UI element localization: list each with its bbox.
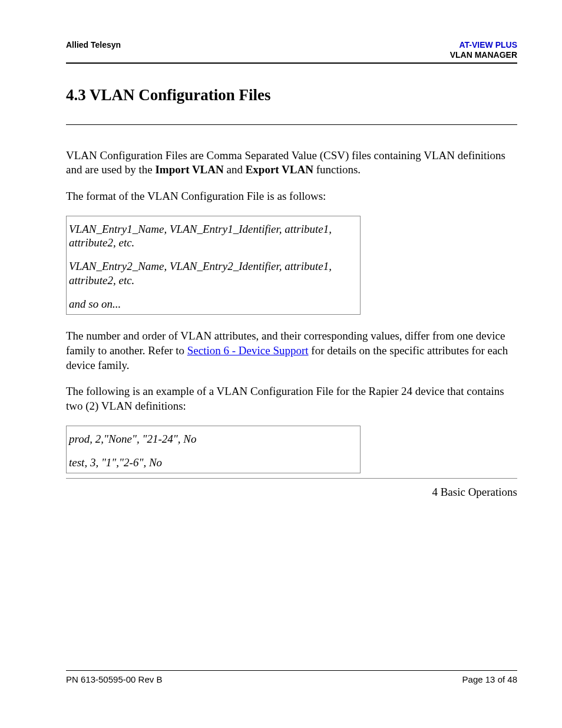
text: and xyxy=(224,163,246,176)
header-product-line2: VLAN MANAGER xyxy=(450,50,517,60)
bold-export-vlan: Export VLAN xyxy=(246,163,313,176)
attributes-paragraph: The number and order of VLAN attributes,… xyxy=(66,329,517,373)
bold-import-vlan: Import VLAN xyxy=(155,163,223,176)
header-brand: Allied Telesyn xyxy=(66,40,121,50)
page-header: Allied Telesyn AT-VIEW PLUS VLAN MANAGER xyxy=(66,40,517,64)
chapter-footer-label: 4 Basic Operations xyxy=(66,486,517,499)
section-heading: 4.3 VLAN Configuration Files xyxy=(66,86,517,104)
format-codebox: VLAN_Entry1_Name, VLAN_Entry1_Identifier… xyxy=(66,216,361,315)
format-intro: The format of the VLAN Configuration Fil… xyxy=(66,189,517,204)
text: functions. xyxy=(313,163,361,176)
section-divider xyxy=(66,124,517,125)
code-line: VLAN_Entry2_Name, VLAN_Entry2_Identifier… xyxy=(69,259,358,288)
intro-paragraph: VLAN Configuration Files are Comma Separ… xyxy=(66,149,517,177)
header-product-line1: AT-VIEW PLUS xyxy=(459,40,517,50)
code-line: test, 3, "1","2-6", No xyxy=(69,456,358,470)
code-line: VLAN_Entry1_Name, VLAN_Entry1_Identifier… xyxy=(69,222,358,251)
footer-page-number: Page 13 of 48 xyxy=(462,674,517,684)
example-intro: The following is an example of a VLAN Co… xyxy=(66,384,517,413)
code-line: and so on... xyxy=(69,297,358,311)
example-codebox: prod, 2,"None", "21-24", No test, 3, "1"… xyxy=(66,426,361,474)
content-divider xyxy=(66,478,517,479)
header-product: AT-VIEW PLUS VLAN MANAGER xyxy=(450,40,517,60)
page-footer: PN 613-50595-00 Rev B Page 13 of 48 xyxy=(66,670,517,684)
footer-part-number: PN 613-50595-00 Rev B xyxy=(66,674,162,684)
code-line: prod, 2,"None", "21-24", No xyxy=(69,432,358,446)
device-support-link[interactable]: Section 6 - Device Support xyxy=(187,344,309,357)
